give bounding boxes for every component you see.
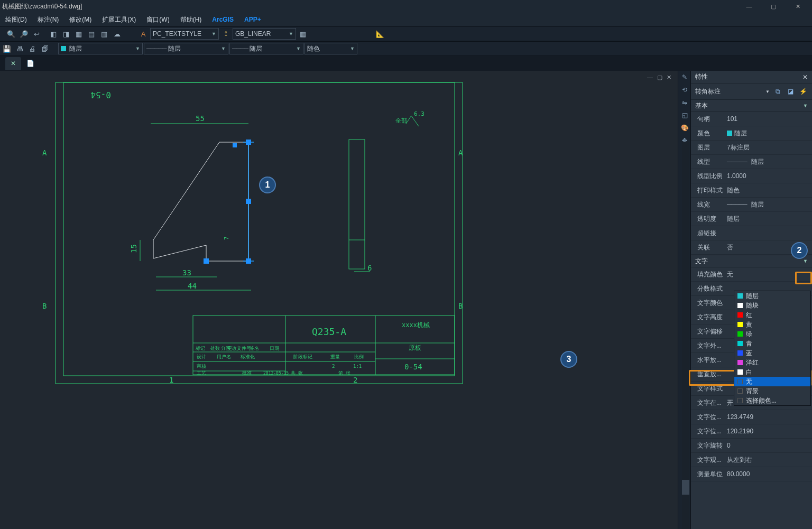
layerlock-icon[interactable]: ▤ (86, 28, 97, 40)
basic-row-6[interactable]: 线宽───── 随层 (691, 198, 812, 212)
canvas-max[interactable]: ▢ (656, 74, 663, 81)
basic-row-3[interactable]: 线型───── 随层 (691, 155, 812, 169)
dropdown-item-3[interactable]: 黄 (734, 320, 810, 329)
close-tab-icon[interactable]: ✕ (11, 60, 16, 67)
menu-arcgis[interactable]: ArcGIS (207, 13, 239, 26)
layer-combo-1[interactable]: 随层 ▼ (58, 43, 143, 54)
measure-icon[interactable]: 📐 (374, 28, 386, 40)
text-row-0[interactable]: 填充颜色无 (691, 267, 812, 282)
prop-value[interactable]: ───── 随层 (725, 200, 812, 209)
properties-close-icon[interactable]: ✕ (802, 73, 808, 81)
dropdown-item-6[interactable]: 蓝 (734, 348, 810, 358)
color-combo[interactable]: 随色 ▼ (304, 43, 357, 54)
basic-row-8[interactable]: 超链接 (691, 226, 812, 240)
basic-row-5[interactable]: 打印样式随色 (691, 183, 812, 198)
prop-value[interactable]: 123.4749 (725, 413, 812, 421)
basic-row-4[interactable]: 线型比例1.0000 (691, 169, 812, 183)
menu-app[interactable]: APP+ (239, 13, 266, 26)
dropdown-item-4[interactable]: 绿 (734, 329, 810, 339)
menu-dim[interactable]: 标注(N) (32, 13, 64, 26)
prop-value[interactable]: 随层 (725, 215, 812, 224)
basic-row-0[interactable]: 句柄101 (691, 112, 812, 126)
prop-value[interactable]: 随色 (725, 186, 812, 195)
zoom-prev-icon[interactable]: ↩ (31, 28, 42, 40)
section-basic[interactable]: 基本 ▼ (691, 99, 812, 112)
svg-text:0-54: 0-54 (90, 90, 111, 100)
dropdown-item-7[interactable]: 洋红 (734, 358, 810, 367)
tool-scale-icon[interactable]: ◱ (678, 109, 691, 122)
plot-icon[interactable]: 🖨 (26, 43, 38, 54)
pick-add-icon[interactable]: ⧉ (773, 87, 782, 96)
dim-style-combo[interactable]: GB_LINEAR ▼ (233, 28, 296, 40)
svg-text:B: B (458, 302, 463, 310)
prop-value[interactable]: 80.0000 (725, 470, 812, 478)
canvas-scrollbar[interactable] (682, 142, 689, 529)
layermgr-icon[interactable]: ▥ (98, 28, 110, 40)
menu-ext[interactable]: 扩展工具(X) (97, 13, 141, 26)
publish-icon[interactable]: 🗐 (39, 43, 51, 54)
tool-brush-icon[interactable]: ✎ (678, 71, 691, 83)
svg-text:1: 1 (169, 376, 173, 384)
prop-value[interactable]: 101 (725, 115, 812, 123)
menu-draw[interactable]: 绘图(D) (0, 13, 32, 26)
zoom-window-icon[interactable]: 🔍 (5, 28, 17, 40)
maximize-button[interactable]: ▢ (761, 0, 786, 13)
menu-modify[interactable]: 修改(M) (64, 13, 97, 26)
layer-combo-2[interactable]: ───── 随层 ▼ (144, 43, 228, 54)
text-row-10[interactable]: 文字位...123.4749 (691, 410, 812, 424)
layeriso-icon[interactable]: ◧ (48, 28, 59, 40)
text-style-combo[interactable]: PC_TEXTSTYLE ▼ (150, 28, 219, 40)
text-style-icon[interactable]: A (137, 28, 149, 40)
prop-value[interactable]: 无 (725, 270, 812, 279)
text-row-14[interactable]: 测量单位80.0000 (691, 467, 812, 481)
plus-icon: 📄 (26, 60, 34, 67)
cloud-icon[interactable]: ☁ (111, 28, 123, 40)
prop-value[interactable]: 0 (725, 442, 812, 449)
tool-rotate-icon[interactable]: ⟲ (678, 83, 691, 96)
menu-window[interactable]: 窗口(W) (141, 13, 174, 26)
canvas-min[interactable]: — (646, 74, 654, 81)
layer-combo-3[interactable]: ──── 随层 ▼ (229, 43, 303, 54)
prop-value[interactable]: 1.0000 (725, 172, 812, 180)
layeroff-icon[interactable]: ◨ (60, 28, 72, 40)
dropdown-item-2[interactable]: 红 (734, 310, 810, 320)
table-style-icon[interactable]: ▦ (297, 28, 309, 40)
prop-value[interactable]: 7标注层 (725, 143, 812, 152)
dropdown-item-5[interactable]: 青 (734, 339, 810, 348)
dropdown-item-10[interactable]: 背景 (734, 386, 810, 396)
dropdown-item-8[interactable]: 白 (734, 367, 810, 377)
save-icon[interactable]: 💾 (1, 43, 13, 54)
prop-value[interactable]: 随层 (725, 129, 812, 138)
fill-color-dropdown[interactable]: 随层随块红黄绿青蓝洋红白无背景选择颜色... (734, 291, 811, 406)
zoom-extents-icon[interactable]: 🔎 (18, 28, 30, 40)
dropdown-item-1[interactable]: 随块 (734, 301, 810, 310)
dropdown-item-9[interactable]: 无 (734, 377, 810, 386)
print-icon[interactable]: 🖶 (14, 43, 25, 54)
prop-value[interactable]: 从左到右 (725, 456, 812, 465)
drawing-canvas[interactable]: — ▢ ✕ (0, 71, 678, 529)
dropdown-item-0[interactable]: 随层 (734, 291, 810, 301)
minimize-button[interactable]: — (737, 0, 761, 13)
tool-mirror-icon[interactable]: ⇋ (678, 96, 691, 109)
prop-value[interactable]: 120.2190 (725, 428, 812, 435)
quick-select-icon[interactable]: ◪ (786, 87, 795, 96)
new-tab-button[interactable]: 📄 (24, 58, 36, 69)
document-tab-active[interactable]: ✕ (5, 57, 21, 70)
prop-value[interactable]: ───── 随层 (725, 157, 812, 166)
toolbar-row-1: 🔍 🔎 ↩ ◧ ◨ ▦ ▤ ▥ ☁ A PC_TEXTSTYLE ▼ ⟟ GB_… (0, 26, 812, 41)
canvas-close[interactable]: ✕ (666, 74, 672, 81)
flash-icon[interactable]: ⚡ (798, 87, 808, 96)
basic-row-2[interactable]: 图层7标注层 (691, 141, 812, 155)
menu-help[interactable]: 帮助(H) (175, 13, 207, 26)
layerfrz-icon[interactable]: ▦ (73, 28, 85, 40)
object-type-combo[interactable]: 转角标注 ▼ (695, 87, 770, 96)
text-row-11[interactable]: 文字位...120.2190 (691, 424, 812, 439)
text-row-13[interactable]: 文字观...从左到右 (691, 453, 812, 467)
basic-row-1[interactable]: 颜色随层 (691, 126, 812, 141)
dim-style-icon[interactable]: ⟟ (220, 28, 232, 40)
close-button[interactable]: ✕ (786, 0, 810, 13)
dropdown-item-11[interactable]: 选择颜色... (734, 396, 810, 405)
basic-row-7[interactable]: 透明度随层 (691, 212, 812, 226)
tool-palette-icon[interactable]: 🎨 (678, 122, 691, 134)
text-row-12[interactable]: 文字旋转0 (691, 439, 812, 453)
